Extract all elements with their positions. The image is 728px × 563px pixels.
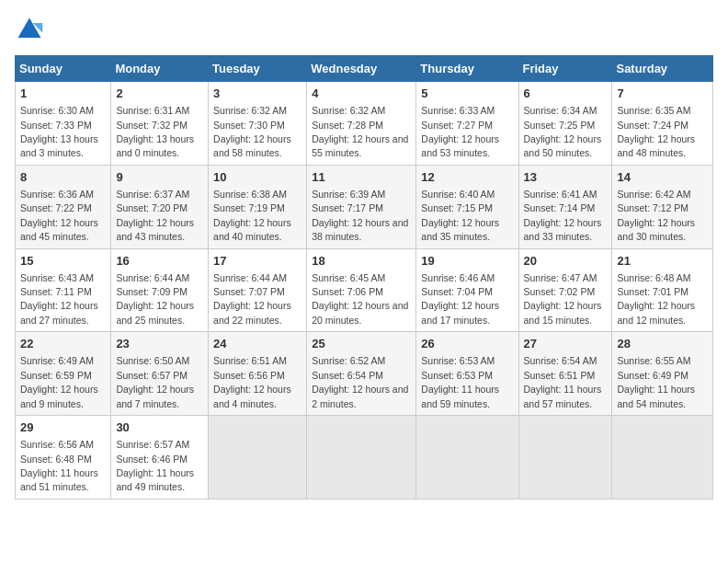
cell-week3-day1: 15 Sunrise: 6:43 AMSunset: 7:11 PMDaylig… <box>16 248 111 332</box>
cell-week3-day2: 16 Sunrise: 6:44 AMSunset: 7:09 PMDaylig… <box>111 248 209 332</box>
day-info: Sunrise: 6:31 AMSunset: 7:32 PMDaylight:… <box>116 105 194 158</box>
logo <box>15 15 48 44</box>
day-info: Sunrise: 6:30 AMSunset: 7:33 PMDaylight:… <box>20 105 98 158</box>
calendar-header: SundayMondayTuesdayWednesdayThursdayFrid… <box>16 56 713 82</box>
day-number: 16 <box>116 253 203 270</box>
cell-week4-day3: 24 Sunrise: 6:51 AMSunset: 6:56 PMDaylig… <box>209 332 307 416</box>
week-row-4: 22 Sunrise: 6:49 AMSunset: 6:59 PMDaylig… <box>16 332 713 416</box>
day-number: 27 <box>524 336 608 352</box>
day-info: Sunrise: 6:54 AMSunset: 6:51 PMDaylight:… <box>524 355 602 408</box>
cell-week1-day4: 4 Sunrise: 6:32 AMSunset: 7:28 PMDayligh… <box>307 82 416 166</box>
cell-week1-day6: 6 Sunrise: 6:34 AMSunset: 7:25 PMDayligh… <box>518 82 612 166</box>
header-thursday: Thursday <box>416 56 518 82</box>
day-number: 22 <box>20 336 106 352</box>
header-tuesday: Tuesday <box>209 56 307 82</box>
day-number: 12 <box>421 169 513 186</box>
cell-week1-day2: 2 Sunrise: 6:31 AMSunset: 7:32 PMDayligh… <box>111 82 209 166</box>
cell-week1-day7: 7 Sunrise: 6:35 AMSunset: 7:24 PMDayligh… <box>612 82 713 166</box>
cell-week2-day7: 14 Sunrise: 6:42 AMSunset: 7:12 PMDaylig… <box>612 165 713 248</box>
day-number: 29 <box>20 419 106 436</box>
cell-week2-day6: 13 Sunrise: 6:41 AMSunset: 7:14 PMDaylig… <box>518 165 612 248</box>
day-number: 26 <box>421 336 513 352</box>
cell-week4-day7: 28 Sunrise: 6:55 AMSunset: 6:49 PMDaylig… <box>612 332 713 416</box>
day-info: Sunrise: 6:50 AMSunset: 6:57 PMDaylight:… <box>116 355 194 408</box>
day-number: 30 <box>116 419 203 436</box>
header-wednesday: Wednesday <box>307 56 416 82</box>
svg-marker-1 <box>18 18 41 38</box>
header-saturday: Saturday <box>612 56 713 82</box>
day-info: Sunrise: 6:56 AMSunset: 6:48 PMDaylight:… <box>20 439 98 492</box>
day-number: 20 <box>524 253 608 270</box>
day-info: Sunrise: 6:46 AMSunset: 7:04 PMDaylight:… <box>421 272 499 326</box>
header-monday: Monday <box>111 56 209 82</box>
day-number: 10 <box>213 169 301 186</box>
cell-week4-day6: 27 Sunrise: 6:54 AMSunset: 6:51 PMDaylig… <box>518 332 612 416</box>
cell-week5-day1: 29 Sunrise: 6:56 AMSunset: 6:48 PMDaylig… <box>16 416 111 500</box>
day-info: Sunrise: 6:49 AMSunset: 6:59 PMDaylight:… <box>20 355 98 408</box>
day-number: 11 <box>312 169 411 186</box>
day-number: 24 <box>213 336 301 352</box>
day-info: Sunrise: 6:35 AMSunset: 7:24 PMDaylight:… <box>617 105 695 158</box>
day-number: 3 <box>213 86 301 102</box>
day-info: Sunrise: 6:55 AMSunset: 6:49 PMDaylight:… <box>617 355 695 408</box>
day-info: Sunrise: 6:53 AMSunset: 6:53 PMDaylight:… <box>421 355 499 408</box>
day-number: 28 <box>617 336 708 352</box>
day-number: 13 <box>524 169 608 186</box>
week-row-1: 1 Sunrise: 6:30 AMSunset: 7:33 PMDayligh… <box>16 82 713 166</box>
cell-week4-day5: 26 Sunrise: 6:53 AMSunset: 6:53 PMDaylig… <box>416 332 518 416</box>
cell-week2-day2: 9 Sunrise: 6:37 AMSunset: 7:20 PMDayligh… <box>111 165 209 248</box>
day-number: 8 <box>20 169 106 186</box>
cell-week4-day1: 22 Sunrise: 6:49 AMSunset: 6:59 PMDaylig… <box>16 332 111 416</box>
cell-week1-day1: 1 Sunrise: 6:30 AMSunset: 7:33 PMDayligh… <box>16 82 111 166</box>
day-info: Sunrise: 6:37 AMSunset: 7:20 PMDaylight:… <box>116 189 194 242</box>
calendar-body: 1 Sunrise: 6:30 AMSunset: 7:33 PMDayligh… <box>16 82 713 500</box>
day-info: Sunrise: 6:33 AMSunset: 7:27 PMDaylight:… <box>421 105 499 158</box>
day-number: 18 <box>312 253 411 270</box>
day-info: Sunrise: 6:51 AMSunset: 6:56 PMDaylight:… <box>213 355 291 408</box>
header-friday: Friday <box>518 56 612 82</box>
day-number: 21 <box>617 253 708 270</box>
cell-week2-day5: 12 Sunrise: 6:40 AMSunset: 7:15 PMDaylig… <box>416 165 518 248</box>
day-number: 7 <box>617 86 708 102</box>
header <box>15 15 713 44</box>
cell-week1-day5: 5 Sunrise: 6:33 AMSunset: 7:27 PMDayligh… <box>416 82 518 166</box>
day-info: Sunrise: 6:44 AMSunset: 7:09 PMDaylight:… <box>116 272 194 326</box>
day-info: Sunrise: 6:39 AMSunset: 7:17 PMDaylight:… <box>312 189 408 242</box>
day-number: 19 <box>421 253 513 270</box>
cell-week5-day4 <box>307 416 416 500</box>
cell-week3-day3: 17 Sunrise: 6:44 AMSunset: 7:07 PMDaylig… <box>209 248 307 332</box>
cell-week5-day7 <box>612 416 713 500</box>
day-number: 5 <box>421 86 513 102</box>
day-info: Sunrise: 6:40 AMSunset: 7:15 PMDaylight:… <box>421 189 499 242</box>
day-info: Sunrise: 6:38 AMSunset: 7:19 PMDaylight:… <box>213 189 291 242</box>
header-sunday: Sunday <box>16 56 111 82</box>
day-info: Sunrise: 6:34 AMSunset: 7:25 PMDaylight:… <box>524 105 602 158</box>
cell-week3-day4: 18 Sunrise: 6:45 AMSunset: 7:06 PMDaylig… <box>307 248 416 332</box>
cell-week5-day3 <box>209 416 307 500</box>
day-info: Sunrise: 6:47 AMSunset: 7:02 PMDaylight:… <box>524 272 602 326</box>
cell-week5-day5 <box>416 416 518 500</box>
day-info: Sunrise: 6:42 AMSunset: 7:12 PMDaylight:… <box>617 189 695 242</box>
cell-week5-day2: 30 Sunrise: 6:57 AMSunset: 6:46 PMDaylig… <box>111 416 209 500</box>
day-number: 6 <box>524 86 608 102</box>
cell-week3-day7: 21 Sunrise: 6:48 AMSunset: 7:01 PMDaylig… <box>612 248 713 332</box>
day-info: Sunrise: 6:41 AMSunset: 7:14 PMDaylight:… <box>524 189 602 242</box>
day-info: Sunrise: 6:32 AMSunset: 7:28 PMDaylight:… <box>312 105 408 158</box>
week-row-5: 29 Sunrise: 6:56 AMSunset: 6:48 PMDaylig… <box>16 416 713 500</box>
calendar-table: SundayMondayTuesdayWednesdayThursdayFrid… <box>15 55 713 500</box>
day-number: 25 <box>312 336 411 352</box>
day-info: Sunrise: 6:32 AMSunset: 7:30 PMDaylight:… <box>213 105 291 158</box>
logo-icon <box>15 15 44 44</box>
day-number: 1 <box>20 86 106 102</box>
day-info: Sunrise: 6:43 AMSunset: 7:11 PMDaylight:… <box>20 272 98 326</box>
day-number: 17 <box>213 253 301 270</box>
header-row: SundayMondayTuesdayWednesdayThursdayFrid… <box>16 56 713 82</box>
day-info: Sunrise: 6:48 AMSunset: 7:01 PMDaylight:… <box>617 272 695 326</box>
cell-week4-day2: 23 Sunrise: 6:50 AMSunset: 6:57 PMDaylig… <box>111 332 209 416</box>
day-number: 15 <box>20 253 106 270</box>
cell-week1-day3: 3 Sunrise: 6:32 AMSunset: 7:30 PMDayligh… <box>209 82 307 166</box>
cell-week2-day1: 8 Sunrise: 6:36 AMSunset: 7:22 PMDayligh… <box>16 165 111 248</box>
day-number: 2 <box>116 86 203 102</box>
day-info: Sunrise: 6:45 AMSunset: 7:06 PMDaylight:… <box>312 272 408 326</box>
day-info: Sunrise: 6:57 AMSunset: 6:46 PMDaylight:… <box>116 439 194 492</box>
